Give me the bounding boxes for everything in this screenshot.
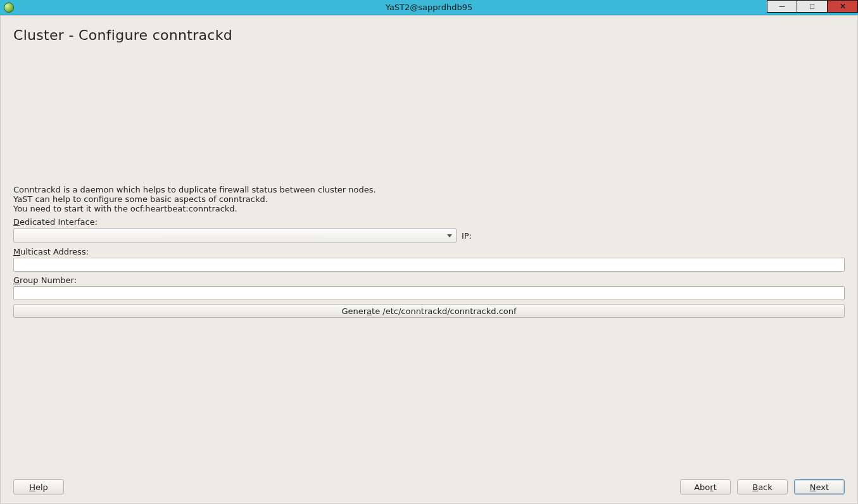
titlebar: YaST2@sapprdhdb95 ─ □ ✕ [0,0,858,15]
page-title: Cluster - Configure conntrackd [13,27,851,43]
multicast-address-input[interactable] [13,258,845,272]
group-number-input[interactable] [13,286,845,300]
footer-buttons: Help Abort Back Next [13,479,845,495]
app-icon [4,3,14,13]
window-title: YaST2@sapprdhdb95 [0,3,858,12]
dedicated-interface-label: Dedicated Interface: [13,217,845,227]
group-number-label: Group Number: [13,275,845,285]
dedicated-interface-dropdown[interactable] [13,228,457,243]
multicast-address-label: Multicast Address: [13,247,845,256]
window-controls: ─ □ ✕ [767,0,858,15]
description-text: Conntrackd is a daemon which helps to du… [13,186,845,214]
abort-button[interactable]: Abort [680,479,731,495]
back-button[interactable]: Back [737,479,788,495]
next-button[interactable]: Next [794,479,845,495]
description-line: You need to start it with the ocf:heartb… [13,205,845,214]
minimize-button[interactable]: ─ [767,0,797,13]
generate-button[interactable]: Generate /etc/conntrackd/conntrackd.conf [13,304,845,318]
close-button[interactable]: ✕ [828,0,858,13]
form: Dedicated Interface: IP: Multicast Addre… [13,217,845,322]
content-area: Cluster - Configure conntrackd Conntrack… [0,15,858,504]
maximize-button[interactable]: □ [797,0,828,13]
chevron-down-icon [447,234,452,237]
ip-label: IP: [462,231,472,241]
description-line: Conntrackd is a daemon which helps to du… [13,186,845,195]
help-button[interactable]: Help [13,479,64,495]
description-line: YaST can help to configure some basic as… [13,195,845,205]
